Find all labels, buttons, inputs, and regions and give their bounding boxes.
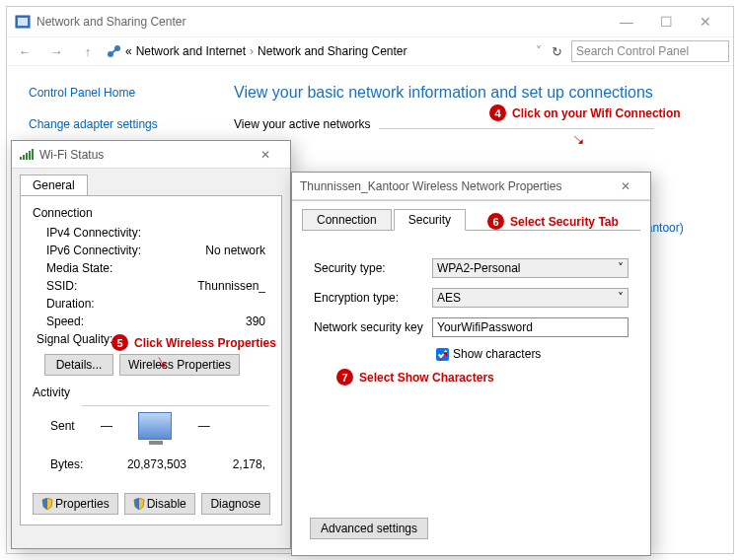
ssid-label: SSID: (46, 279, 155, 293)
page-heading: View your basic network information and … (234, 84, 713, 102)
encryption-type-label: Encryption type: (314, 291, 432, 305)
connection-group: Connection (33, 206, 269, 220)
dropdown-chevron-icon[interactable]: ˅ (536, 44, 542, 58)
speed-label: Speed: (46, 315, 155, 328)
network-key-label: Network security key (314, 320, 432, 334)
status-tabs: General (12, 169, 290, 195)
show-characters-label: Show characters (453, 347, 541, 361)
wireless-properties-button[interactable]: Wireless Properties (119, 354, 240, 376)
properties-button[interactable]: Properties (33, 493, 118, 515)
media-value (155, 261, 269, 275)
tab-general[interactable]: General (20, 175, 88, 195)
diagnose-button[interactable]: Diagnose (201, 493, 270, 515)
chevron-down-icon: ˅ (618, 261, 624, 275)
shield-icon (133, 498, 145, 510)
ipv4-value (155, 226, 269, 240)
signal-icon (20, 149, 34, 160)
details-button[interactable]: Details... (44, 354, 113, 376)
breadcrumb[interactable]: « Network and Internet › Network and Sha… (125, 44, 532, 58)
ssid-value: Thunnissen_ (155, 279, 269, 293)
network-icon (106, 43, 121, 59)
annot-4: 4Click on your Wifi Connection (489, 105, 681, 121)
activity-group: Activity (33, 385, 269, 399)
window-title: Network and Sharing Center (37, 15, 185, 29)
chevron-down-icon: ˅ (618, 291, 624, 305)
ipv4-label: IPv4 Connectivity: (46, 226, 155, 240)
duration-value (155, 297, 269, 311)
minimize-button[interactable]: — (607, 10, 646, 34)
props-close-button[interactable]: ✕ (609, 179, 642, 193)
security-type-select[interactable]: WPA2-Personal˅ (432, 258, 629, 278)
duration-label: Duration: (46, 297, 155, 311)
shield-icon (41, 498, 53, 510)
svg-rect-1 (18, 18, 28, 26)
bc-level1[interactable]: Network and Internet (136, 44, 246, 58)
tab-security[interactable]: Security (394, 209, 466, 231)
status-title: Wi-Fi Status (39, 148, 104, 162)
bytes-recv: 2,178, (216, 457, 265, 471)
annot-5: 5Click Wireless Properties (111, 334, 276, 351)
sent-label: Sent (50, 419, 75, 433)
media-label: Media State: (46, 261, 155, 275)
bc-root[interactable]: « (125, 44, 132, 58)
speed-value: 390 (155, 315, 269, 328)
search-input[interactable]: Search Control Panel (571, 40, 729, 62)
security-type-label: Security type: (314, 261, 432, 275)
control-panel-icon (15, 14, 31, 30)
disable-button[interactable]: Disable (124, 493, 195, 515)
ipv6-label: IPv6 Connectivity: (46, 244, 155, 257)
forward-button[interactable]: → (42, 39, 70, 63)
status-titlebar: Wi-Fi Status ✕ (12, 141, 290, 169)
network-key-input[interactable] (432, 317, 629, 337)
back-button[interactable]: ← (11, 39, 38, 63)
close-button[interactable]: ✕ (686, 10, 725, 34)
titlebar: Network and Sharing Center — ☐ ✕ (7, 7, 733, 36)
chevron-icon: › (250, 44, 254, 58)
status-close-button[interactable]: ✕ (249, 148, 282, 162)
sidebar-home-link[interactable]: Control Panel Home (29, 86, 204, 100)
bytes-sent: 20,873,503 (100, 457, 216, 471)
props-title: Thunnissen_Kantoor Wireless Network Prop… (300, 179, 561, 193)
up-button[interactable]: ↑ (74, 39, 102, 63)
sidebar-adapter-link[interactable]: Change adapter settings (29, 117, 204, 131)
annot-7: 7Select Show Characters (336, 369, 494, 385)
bc-level2[interactable]: Network and Sharing Center (258, 44, 407, 58)
props-titlebar: Thunnissen_Kantoor Wireless Network Prop… (292, 173, 650, 200)
bytes-label: Bytes: (50, 457, 100, 471)
annot-6b: 6Select Security Tab (487, 213, 619, 230)
encryption-type-select[interactable]: AES˅ (432, 288, 629, 308)
tab-connection[interactable]: Connection (302, 209, 392, 231)
address-bar: ← → ↑ « Network and Internet › Network a… (7, 36, 733, 66)
security-panel: Security type: WPA2-Personal˅ Encryption… (302, 230, 640, 379)
view-active-label: View your active networks (234, 117, 371, 131)
maximize-button[interactable]: ☐ (646, 10, 686, 34)
advanced-settings-button[interactable]: Advanced settings (310, 518, 428, 539)
ipv6-value: No network (155, 244, 269, 257)
refresh-button[interactable]: ↻ (546, 39, 567, 63)
computer-icon (138, 412, 172, 440)
